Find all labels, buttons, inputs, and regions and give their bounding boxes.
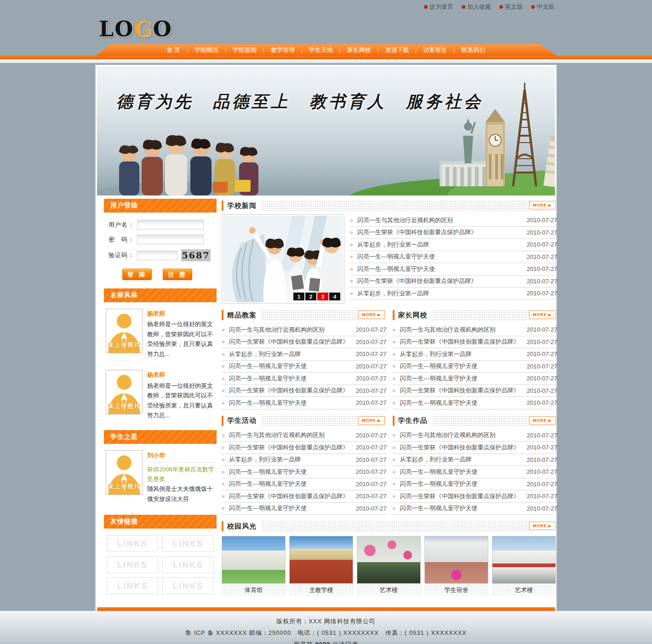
news-link[interactable]: 闪亮一生---弱视儿童守护天使: [400, 399, 523, 407]
campus-photo[interactable]: 艺术楼: [357, 536, 421, 596]
news-link[interactable]: 闪亮一生荣获《中国科技创新重点保护品牌》: [400, 386, 523, 395]
news-link[interactable]: 闪亮一生荣获《中国科技创新重点保护品牌》: [357, 228, 523, 236]
more-button[interactable]: MORE ▶: [358, 310, 384, 319]
nav-item[interactable]: 教学管理: [264, 46, 301, 54]
news-link[interactable]: 闪亮一生---弱视儿童守护天使: [400, 480, 523, 488]
news-link[interactable]: 闪亮一生---弱视儿童守护天使: [357, 265, 523, 273]
friend-link[interactable]: LINKS: [107, 556, 158, 573]
news-link[interactable]: 从零起步，到行业第一品牌: [400, 350, 523, 358]
captcha-input[interactable]: [137, 251, 177, 260]
arrow-bullet-icon: »: [393, 400, 400, 406]
news-link[interactable]: 从零起步，到行业第一品牌: [357, 241, 523, 249]
news-date: 2010-07-27: [523, 505, 558, 512]
arrow-bullet-icon: »: [222, 481, 229, 487]
campus-photo-image[interactable]: [492, 536, 556, 584]
carousel-page-button[interactable]: 3: [317, 293, 328, 300]
news-link[interactable]: 闪亮一生与其他治疗近视机构的区别: [400, 326, 523, 334]
news-item: »闪亮一生---弱视儿童守护天使2010-07-27: [393, 397, 558, 409]
arrow-bullet-icon: »: [222, 339, 229, 345]
contact-info-text: 鲁 ICP 备 XXXXXXX 邮编：250000 电话：( 0531 ) XX…: [0, 629, 652, 637]
teachers-box-header: 名师风采: [104, 288, 217, 302]
news-item: »闪亮一生荣获《中国科技创新重点保护品牌》2010-07-27: [393, 385, 558, 397]
friend-link[interactable]: LINKS: [162, 556, 214, 573]
add-favorite-link[interactable]: 加入收藏: [462, 3, 491, 11]
campus-photo[interactable]: 学生宿舍: [424, 536, 488, 596]
news-link[interactable]: 闪亮一生---弱视儿童守护天使: [229, 374, 352, 383]
news-link[interactable]: 闪亮一生与其他治疗近视机构的区别: [229, 431, 352, 439]
nav-item[interactable]: 联系我们: [455, 46, 492, 54]
site-logo[interactable]: LOGO: [99, 17, 172, 41]
more-button[interactable]: MORE ▶: [529, 522, 555, 530]
news-link[interactable]: 闪亮一生荣获《中国科技创新重点保护品牌》: [229, 338, 352, 346]
more-button[interactable]: MORE ▶: [358, 416, 384, 425]
register-button[interactable]: 注 册: [163, 269, 192, 280]
news-link[interactable]: 闪亮一生---弱视儿童守护天使: [357, 253, 523, 261]
teacher-name[interactable]: 杨老师: [147, 309, 216, 318]
nav-item[interactable]: 家长网校: [341, 46, 377, 54]
news-link[interactable]: 闪亮一生与其他治疗近视机构的区别: [400, 431, 523, 439]
news-link[interactable]: 闪亮一生荣获《中国科技创新重点保护品牌》: [400, 338, 523, 346]
news-link[interactable]: 闪亮一生荣获《中国科技创新重点保护品牌》: [229, 386, 352, 395]
captcha-image[interactable]: 5687: [181, 249, 211, 261]
news-link[interactable]: 闪亮一生与其他治疗近视机构的区别: [229, 326, 352, 334]
arrow-bullet-icon: »: [393, 469, 400, 475]
campus-photo-image[interactable]: [424, 536, 488, 584]
password-input[interactable]: [137, 235, 204, 244]
news-link[interactable]: 闪亮一生---弱视儿童守护天使: [229, 480, 352, 488]
chinese-version-link[interactable]: 中文版: [531, 3, 555, 11]
nav-item[interactable]: 学院概况: [188, 46, 225, 54]
friend-link[interactable]: LINKS: [107, 535, 158, 552]
more-button[interactable]: MORE ▶: [529, 416, 555, 425]
login-button[interactable]: 登 陆: [122, 269, 152, 280]
arrow-bullet-icon: »: [393, 456, 400, 463]
campus-photo-image[interactable]: [289, 536, 353, 584]
campus-photo-image[interactable]: [357, 536, 421, 584]
more-button[interactable]: MORE ▶: [529, 201, 555, 209]
news-link[interactable]: 从零起步，到行业第一品牌: [229, 455, 352, 464]
news-link[interactable]: 闪亮一生荣获《中国科技创新重点保护品牌》: [400, 492, 523, 500]
friend-link[interactable]: LINKS: [162, 535, 214, 552]
news-link[interactable]: 闪亮一生---弱视儿童守护天使: [400, 468, 523, 476]
friend-link[interactable]: LINKS: [107, 577, 158, 594]
news-link[interactable]: 闪亮一生荣获《中国科技创新重点保护品牌》: [357, 277, 523, 285]
news-link[interactable]: 闪亮一生与其他治疗近视机构的区别: [357, 216, 523, 224]
news-link[interactable]: 从零起步，到行业第一品牌: [229, 350, 352, 358]
news-link[interactable]: 闪亮一生荣获《中国科技创新重点保护品牌》: [229, 443, 352, 452]
nav-item[interactable]: 资源下载: [379, 46, 416, 54]
teacher-photo-placeholder[interactable]: 未上传照片: [106, 370, 143, 414]
campus-photo[interactable]: 主教学楼: [289, 536, 353, 596]
more-button[interactable]: MORE ▶: [529, 310, 555, 319]
nav-item[interactable]: 学生天地: [303, 46, 339, 54]
news-link[interactable]: 从零起步，到行业第一品牌: [357, 289, 523, 298]
nav-item[interactable]: 首 页: [160, 46, 187, 54]
nav-item[interactable]: 访客留言: [417, 46, 453, 54]
campus-photo[interactable]: 艺术楼: [492, 536, 556, 596]
student-photo-placeholder[interactable]: 未上传照片: [106, 450, 143, 495]
set-homepage-link[interactable]: 设为首页: [424, 3, 453, 11]
arrow-bullet-icon: »: [222, 351, 229, 357]
news-link[interactable]: 闪亮一生---弱视儿童守护天使: [229, 504, 352, 512]
nav-item[interactable]: 学院新闻: [226, 46, 263, 54]
news-link[interactable]: 闪亮一生---弱视儿童守护天使: [400, 362, 523, 370]
news-link[interactable]: 从零起步，到行业第一品牌: [400, 455, 523, 464]
english-version-link[interactable]: 英文版: [499, 3, 523, 11]
arrow-bullet-icon: »: [393, 505, 400, 512]
news-link[interactable]: 闪亮一生---弱视儿童守护天使: [229, 399, 352, 407]
campus-photo-image[interactable]: [222, 536, 286, 584]
news-link[interactable]: 闪亮一生---弱视儿童守护天使: [400, 504, 523, 512]
friend-link[interactable]: LINKS: [162, 577, 214, 594]
news-link[interactable]: 闪亮一生---弱视儿童守护天使: [229, 362, 352, 370]
news-link[interactable]: 闪亮一生---弱视儿童守护天使: [400, 374, 523, 383]
news-link[interactable]: 闪亮一生荣获《中国科技创新重点保护品牌》: [229, 492, 352, 500]
student-name[interactable]: 刘小华: [147, 450, 216, 460]
news-link[interactable]: 闪亮一生荣获《中国科技创新重点保护品牌》: [400, 443, 523, 452]
news-carousel-image[interactable]: 1234: [222, 214, 344, 304]
carousel-page-button[interactable]: 2: [305, 293, 316, 300]
teacher-name[interactable]: 杨老师: [147, 370, 216, 380]
news-link[interactable]: 闪亮一生---弱视儿童守护天使: [229, 468, 352, 476]
username-input[interactable]: [137, 220, 204, 230]
teacher-photo-placeholder[interactable]: 未上传照片: [106, 309, 143, 353]
carousel-page-button[interactable]: 1: [293, 293, 304, 300]
carousel-page-button[interactable]: 4: [329, 293, 340, 300]
campus-photo[interactable]: 体育馆: [222, 536, 286, 596]
